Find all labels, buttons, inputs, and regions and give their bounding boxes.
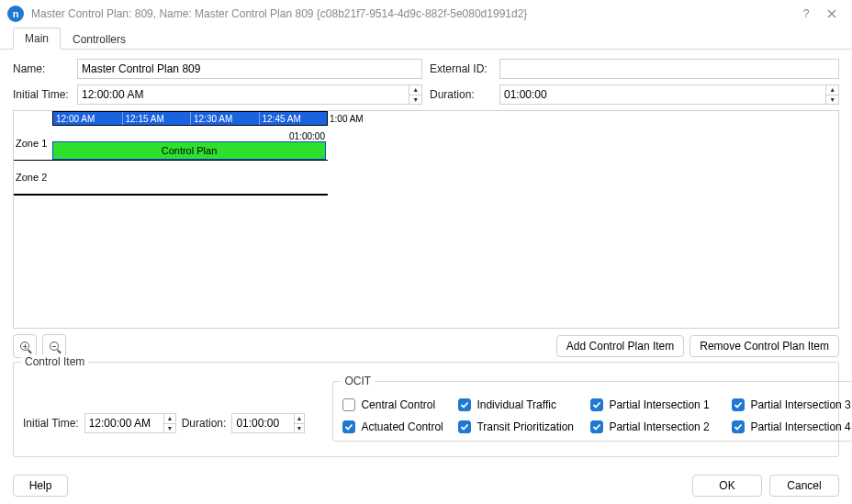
close-icon[interactable]: [819, 5, 845, 23]
checkbox-icon: [732, 420, 745, 433]
control-plan-block[interactable]: Control Plan: [52, 141, 326, 160]
timeline-tick: 12:45 AM: [259, 112, 328, 125]
ocit-fieldset: OCIT Central ControlIndividual TrafficPa…: [332, 381, 852, 442]
external-id-input[interactable]: [499, 59, 839, 79]
spinner-down-icon[interactable]: ▼: [826, 95, 838, 105]
control-item-legend: Control Item: [21, 355, 88, 368]
ocit-checkbox-label: Transit Prioritization: [476, 420, 574, 433]
ci-initial-time-spinner[interactable]: ▲▼: [84, 413, 176, 433]
spinner-down-icon[interactable]: ▼: [164, 424, 174, 433]
add-control-plan-item-button[interactable]: Add Control Plan Item: [556, 335, 684, 357]
ocit-checkbox[interactable]: Partial Intersection 3: [732, 398, 852, 411]
checkbox-icon: [342, 398, 355, 411]
ci-duration-label: Duration:: [182, 417, 227, 430]
ci-initial-time-label: Initial Time:: [23, 417, 79, 430]
zone1-label: Zone 1: [14, 126, 52, 160]
spinner-up-icon[interactable]: ▲: [409, 85, 421, 95]
title-bar: n Master Control Plan: 809, Name: Master…: [0, 0, 852, 28]
spinner-down-icon[interactable]: ▼: [295, 424, 305, 433]
ci-duration-spinner[interactable]: ▲▼: [231, 413, 305, 433]
window-title: Master Control Plan: 809, Name: Master C…: [31, 7, 527, 20]
ocit-checkbox[interactable]: Partial Intersection 4: [732, 420, 852, 433]
name-label: Name:: [13, 62, 72, 75]
timeline-end-label: 1:00 AM: [328, 111, 364, 126]
spinner-up-icon[interactable]: ▲: [826, 85, 838, 95]
spinner-up-icon[interactable]: ▲: [295, 414, 305, 424]
initial-time-spinner[interactable]: ▲▼: [77, 84, 422, 105]
duration-input[interactable]: [500, 85, 825, 104]
ci-initial-time-input[interactable]: [85, 414, 164, 432]
ocit-checkbox-label: Partial Intersection 2: [609, 420, 709, 433]
initial-time-label: Initial Time:: [13, 88, 72, 101]
timeline-ruler: 12:00 AM 12:15 AM 12:30 AM 12:45 AM: [52, 111, 328, 126]
timeline-tick: 12:30 AM: [190, 112, 259, 125]
ocit-checkbox-label: Partial Intersection 1: [609, 398, 709, 411]
spinner-up-icon[interactable]: ▲: [164, 414, 174, 424]
checkbox-icon: [732, 398, 745, 411]
duration-label: Duration:: [430, 88, 494, 101]
zone2-label: Zone 2: [14, 161, 52, 194]
ocit-checkbox[interactable]: Central Control: [342, 398, 454, 411]
help-button[interactable]: Help: [13, 475, 68, 497]
ocit-checkbox[interactable]: Individual Traffic: [458, 398, 587, 411]
ci-duration-input[interactable]: [232, 414, 293, 432]
ocit-checkbox-label: Individual Traffic: [476, 398, 556, 411]
tab-main[interactable]: Main: [13, 28, 61, 50]
ocit-checkbox-label: Partial Intersection 3: [750, 398, 850, 411]
help-icon[interactable]: ?: [793, 5, 819, 23]
ocit-checkbox[interactable]: Partial Intersection 2: [590, 420, 728, 433]
initial-time-input[interactable]: [78, 85, 409, 104]
ocit-checkbox[interactable]: Partial Intersection 1: [590, 398, 728, 411]
duration-spinner[interactable]: ▲▼: [499, 84, 839, 105]
timeline-tick: 12:15 AM: [122, 112, 191, 125]
cancel-button[interactable]: Cancel: [769, 475, 839, 497]
control-item-fieldset: Control Item Initial Time: ▲▼ Duration: …: [13, 362, 839, 457]
ocit-checkbox-label: Partial Intersection 4: [750, 420, 850, 433]
checkbox-icon: [458, 398, 471, 411]
tab-strip: Main Controllers: [0, 28, 852, 50]
plan-block-time: 01:00:00: [289, 131, 325, 141]
checkbox-icon: [590, 420, 603, 433]
ocit-checkbox[interactable]: Transit Prioritization: [458, 420, 587, 433]
external-id-label: External ID:: [430, 62, 494, 75]
ocit-checkbox-label: Actuated Control: [361, 420, 443, 433]
timeline-tick: 12:00 AM: [53, 112, 122, 125]
app-icon: n: [7, 6, 24, 22]
checkbox-icon: [590, 398, 603, 411]
timeline-view[interactable]: 12:00 AM 12:15 AM 12:30 AM 12:45 AM 1:00…: [13, 110, 839, 329]
spinner-down-icon[interactable]: ▼: [409, 95, 421, 105]
checkbox-icon: [458, 420, 471, 433]
name-input[interactable]: [77, 59, 422, 79]
ok-button[interactable]: OK: [692, 475, 762, 497]
ocit-checkbox[interactable]: Actuated Control: [342, 420, 454, 433]
ocit-checkbox-label: Central Control: [361, 398, 435, 411]
ocit-legend: OCIT: [341, 375, 375, 387]
tab-controllers[interactable]: Controllers: [61, 28, 138, 50]
remove-control-plan-item-button[interactable]: Remove Control Plan Item: [689, 335, 839, 357]
checkbox-icon: [342, 420, 355, 433]
